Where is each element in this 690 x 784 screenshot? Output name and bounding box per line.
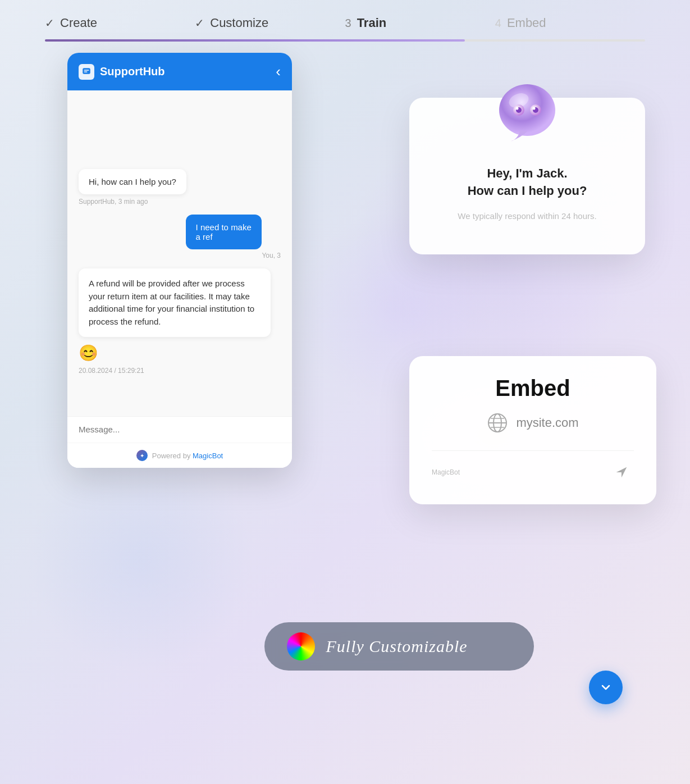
bot-refund-text: A refund will be provided after we proce… <box>79 268 271 337</box>
embed-powered-by: MagicBot <box>432 468 460 476</box>
chat-logo <box>79 64 94 80</box>
bot-refund-message: A refund will be provided after we proce… <box>79 268 281 375</box>
globe-icon <box>487 412 508 434</box>
chat-back-button[interactable]: ‹ <box>276 63 281 80</box>
user-message-block: I need to make a ref You, 3 <box>186 215 281 259</box>
step-customize-label: Customize <box>210 16 268 30</box>
scroll-down-button[interactable] <box>589 671 623 704</box>
step-create[interactable]: ✓ Create <box>45 16 195 30</box>
chat-widget-title: SupportHub <box>100 65 165 78</box>
bot-refund-time: 20.08.2024 / 15:29:21 <box>79 367 281 375</box>
chat-message-input[interactable] <box>79 425 281 434</box>
bot-refund-emoji: 😊 <box>79 344 281 362</box>
bot-greeting: Hey, I'm Jack. How can I help you? <box>432 165 623 200</box>
svg-point-3 <box>499 84 555 136</box>
chat-input-area[interactable] <box>67 416 292 443</box>
step-train-label: Train <box>357 16 387 30</box>
svg-point-9 <box>516 107 519 110</box>
step-embed-indicator: 4 <box>495 17 501 30</box>
user-message-text: I need to make a ref <box>186 215 262 249</box>
customizable-label: Fully Customizable <box>326 637 468 656</box>
step-create-label: Create <box>60 16 97 30</box>
chat-empty-space <box>79 102 281 169</box>
step-train[interactable]: 3 Train <box>345 16 495 30</box>
svg-point-10 <box>533 107 536 110</box>
embed-card-footer: MagicBot <box>432 450 634 485</box>
magicbot-link[interactable]: MagicBot <box>193 452 223 460</box>
chevron-down-icon <box>599 681 613 694</box>
bot-response-time: We typically respond within 24 hours. <box>432 211 623 221</box>
step-embed[interactable]: 4 Embed <box>495 16 645 30</box>
step-customize[interactable]: ✓ Customize <box>195 16 345 30</box>
steps-header: ✓ Create ✓ Customize 3 Train 4 Embed <box>0 0 690 30</box>
embed-site: mysite.com <box>432 412 634 434</box>
chat-header: SupportHub ‹ <box>67 53 292 90</box>
user-message-wrap: I need to make a ref You, 3 <box>79 215 281 259</box>
chat-widget: SupportHub ‹ Hi, how can I help you? Sup… <box>67 53 292 468</box>
customizable-pill: Fully Customizable <box>264 622 534 671</box>
embed-send-button[interactable] <box>609 460 634 485</box>
bot-message-1: Hi, how can I help you? SupportHub, 3 mi… <box>79 169 281 206</box>
chat-header-left: SupportHub <box>79 64 165 80</box>
embed-card: Embed mysite.com MagicBot <box>409 356 656 504</box>
step-embed-label: Embed <box>507 16 546 30</box>
bot-intro-card: Hey, I'm Jack. How can I help you? We ty… <box>409 98 645 254</box>
powered-by-label: Powered by MagicBot <box>152 452 223 460</box>
powered-icon: ✦ <box>136 450 148 461</box>
bot-message-1-time: SupportHub, 3 min ago <box>79 198 281 206</box>
bot-avatar <box>493 81 561 148</box>
bot-avatar-svg <box>493 81 561 148</box>
step-customize-indicator: ✓ <box>195 16 204 30</box>
chat-body: Hi, how can I help you? SupportHub, 3 mi… <box>67 90 292 416</box>
step-train-indicator: 3 <box>345 17 351 30</box>
chat-footer: ✦ Powered by MagicBot <box>67 443 292 468</box>
svg-rect-1 <box>84 70 89 71</box>
bot-avatar-wrap <box>432 81 623 148</box>
svg-rect-2 <box>84 71 88 72</box>
color-wheel-icon <box>287 632 315 660</box>
main-content: SupportHub ‹ Hi, how can I help you? Sup… <box>0 42 690 760</box>
step-create-indicator: ✓ <box>45 16 54 30</box>
embed-url: mysite.com <box>516 416 578 430</box>
bot-message-1-text: Hi, how can I help you? <box>79 169 186 194</box>
user-message-time: You, 3 <box>186 252 281 259</box>
embed-title: Embed <box>432 376 634 401</box>
svg-rect-0 <box>83 68 90 74</box>
